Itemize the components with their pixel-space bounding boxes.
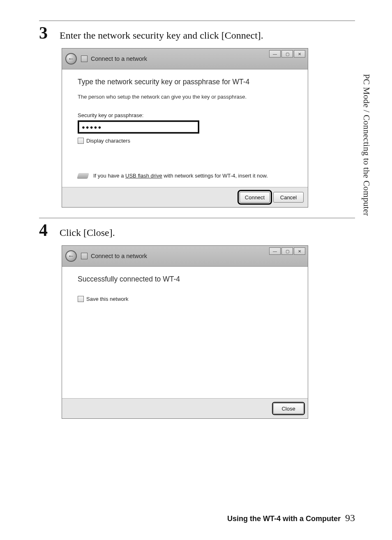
connect-dialog-2: ← Connect to a network — ▢ ✕ Successfull… bbox=[62, 245, 308, 419]
dialog-body-2: Successfully connected to WT-4 Save this… bbox=[62, 267, 308, 398]
dialog-subtext: The person who setup the network can giv… bbox=[78, 94, 292, 100]
dialog-footer-2: Close bbox=[62, 398, 308, 418]
dialog-titlebar: ← Connect to a network — ▢ ✕ bbox=[62, 48, 308, 69]
side-tab-label: PC Mode / Connecting to the Computer bbox=[361, 74, 371, 216]
save-network-label: Save this network bbox=[86, 296, 129, 302]
step-4-number: 4 bbox=[39, 222, 60, 239]
close-window-button[interactable]: ✕ bbox=[294, 50, 305, 58]
display-characters-row[interactable]: Display characters bbox=[78, 138, 292, 144]
maximize-button[interactable]: ▢ bbox=[281, 50, 293, 58]
footer-page-number: 93 bbox=[345, 512, 355, 523]
network-icon-2 bbox=[81, 253, 88, 259]
dialog-heading: Type the network security key or passphr… bbox=[78, 78, 292, 86]
usb-icon bbox=[77, 173, 89, 179]
footer-chapter: Using the WT-4 with a Computer bbox=[227, 515, 341, 523]
step-3-instruction: Enter the network security key and click… bbox=[60, 29, 263, 42]
usb-hint-row: If you have a USB flash drive with netwo… bbox=[78, 173, 292, 179]
network-icon bbox=[81, 55, 88, 62]
minimize-button[interactable]: — bbox=[269, 50, 281, 58]
save-network-row[interactable]: Save this network bbox=[78, 296, 292, 302]
step-3-number: 3 bbox=[39, 24, 60, 42]
passphrase-input[interactable] bbox=[79, 122, 198, 132]
close-button[interactable]: Close bbox=[273, 403, 304, 414]
page-footer: Using the WT-4 with a Computer 93 bbox=[227, 512, 355, 524]
dialog-title-text: Connect to a network bbox=[91, 55, 147, 62]
connect-button[interactable]: Connect bbox=[240, 192, 270, 203]
step-4: 4 Click [Close]. ← Connect to a network … bbox=[39, 218, 355, 419]
usb-flash-drive-link[interactable]: USB flash drive bbox=[125, 173, 162, 179]
dialog-titlebar-2: ← Connect to a network — ▢ ✕ bbox=[62, 246, 308, 267]
dialog-title-text-2: Connect to a network bbox=[91, 253, 147, 259]
dialog-heading-2: Successfully connected to WT-4 bbox=[78, 275, 292, 284]
connect-dialog-1: ← Connect to a network — ▢ ✕ Type the ne… bbox=[62, 48, 308, 208]
window-controls-2: — ▢ ✕ bbox=[268, 247, 305, 255]
passphrase-highlight bbox=[78, 120, 199, 134]
step-3: 3 Enter the network security key and cli… bbox=[39, 21, 355, 208]
dialog-body: Type the network security key or passphr… bbox=[62, 69, 308, 187]
back-icon[interactable]: ← bbox=[65, 53, 77, 65]
passphrase-label: Security key or passphrase: bbox=[78, 112, 292, 118]
dialog-footer: Connect Cancel bbox=[62, 187, 308, 207]
close-window-button-2[interactable]: ✕ bbox=[294, 247, 305, 255]
back-icon-2[interactable]: ← bbox=[65, 250, 77, 262]
save-network-checkbox[interactable] bbox=[78, 296, 84, 302]
window-controls: — ▢ ✕ bbox=[268, 50, 305, 58]
display-characters-label: Display characters bbox=[86, 138, 130, 144]
cancel-button[interactable]: Cancel bbox=[273, 192, 304, 203]
display-characters-checkbox[interactable] bbox=[78, 138, 84, 144]
maximize-button-2[interactable]: ▢ bbox=[281, 247, 293, 255]
step-4-instruction: Click [Close]. bbox=[60, 226, 115, 239]
minimize-button-2[interactable]: — bbox=[269, 247, 281, 255]
usb-hint-text: If you have a USB flash drive with netwo… bbox=[93, 173, 268, 179]
